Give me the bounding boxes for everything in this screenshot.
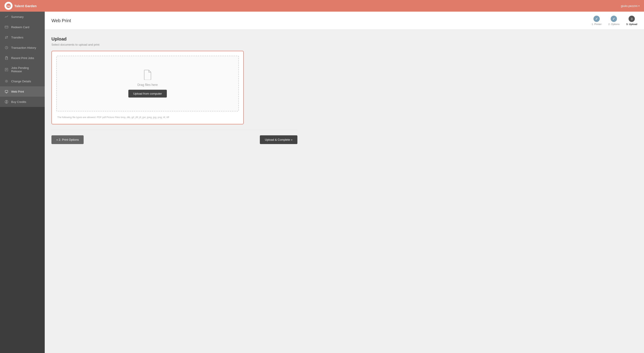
sidebar-item-recent-print-jobs[interactable]: Recent Print Jobs [0,53,45,63]
logo-icon: tag [4,2,12,10]
settings-icon [4,79,8,83]
svg-rect-13 [5,90,8,92]
back-print-options-button[interactable]: « 2. Print Options [52,135,84,144]
sidebar-item-buy-credits[interactable]: Buy Credits [0,97,45,107]
file-types-text: The following file types are allowed: PD… [56,115,239,119]
sidebar-bottom [0,107,45,353]
sidebar-label-change-details: Change Details [11,80,31,83]
main-layout: Summary Redeem Card Transfers [0,12,644,353]
file-icon [143,70,152,80]
svg-point-7 [7,58,8,58]
page-header: Web Print 1. Printer 2. Options 3 3. U [45,12,644,30]
page-body: Upload Select documents to upload and pr… [45,30,644,353]
top-header: tag Talent Garden giulio.pezzini ▾ [0,0,644,12]
sidebar-label-transfers: Transfers [11,36,23,39]
step-upload: 3 3. Upload [626,16,637,26]
card-icon [4,25,8,29]
sidebar-item-transfers[interactable]: Transfers [0,32,45,43]
sidebar-item-change-details[interactable]: Change Details [0,76,45,86]
step-printer-label: 1. Printer [592,23,602,26]
sidebar-label-web-print: Web Print [11,90,24,93]
step-printer: 1. Printer [592,16,602,26]
credits-icon [4,100,8,104]
sidebar-item-summary[interactable]: Summary [0,12,45,22]
transfer-icon [4,35,8,39]
nav-buttons: « 2. Print Options Upload & Complete » [52,135,298,144]
username: giulio.pezzini [621,4,638,8]
drop-zone[interactable]: Drag files here Upload from computer [56,56,239,111]
step-printer-check [595,17,598,21]
step-printer-circle [594,16,600,22]
logo-area: tag Talent Garden [4,2,37,10]
sidebar-label-jobs-pending: Jobs Pending Release [11,66,40,73]
page-title: Web Print [52,18,71,23]
svg-rect-6 [6,56,7,57]
sidebar-label-recent-print: Recent Print Jobs [11,56,34,60]
section-subtitle: Select documents to upload and print [52,43,637,46]
content-area: Web Print 1. Printer 2. Options 3 3. U [45,12,644,353]
stepper: 1. Printer 2. Options 3 3. Upload [592,16,637,26]
svg-text:tag: tag [7,5,10,7]
upload-from-computer-button[interactable]: Upload from computer [128,90,167,98]
history-icon [4,46,8,50]
pending-icon [4,68,8,72]
section-divider [52,130,298,130]
logo-text: Talent Garden [14,4,37,8]
section-title: Upload [52,37,637,42]
svg-point-12 [6,81,7,82]
webprint-icon [4,90,8,94]
print-icon [4,56,8,60]
sidebar-item-web-print[interactable]: Web Print [0,86,45,97]
step-upload-label: 3. Upload [626,23,637,26]
sidebar-label-redeem: Redeem Card [11,26,29,29]
sidebar-label-buy-credits: Buy Credits [11,100,26,104]
sidebar-item-redeem-card[interactable]: Redeem Card [0,22,45,32]
svg-rect-5 [5,58,8,60]
sidebar-item-transaction-history[interactable]: Transaction History [0,43,45,53]
chart-icon [4,15,8,19]
upload-container: Drag files here Upload from computer The… [52,51,244,124]
drag-text: Drag files here [137,83,158,87]
upload-complete-button[interactable]: Upload & Complete » [260,135,298,144]
svg-rect-2 [5,26,8,28]
user-menu[interactable]: giulio.pezzini ▾ [621,4,640,8]
step-options: 2. Options [608,16,620,26]
user-chevron: ▾ [638,5,640,7]
step-options-check [612,17,615,21]
sidebar-item-jobs-pending[interactable]: Jobs Pending Release [0,63,45,76]
sidebar-label-summary: Summary [11,15,24,19]
step-options-label: 2. Options [608,23,620,26]
sidebar: Summary Redeem Card Transfers [0,12,45,353]
step-options-circle [611,16,617,22]
sidebar-label-history: Transaction History [11,46,36,50]
step-upload-circle: 3 [628,16,635,22]
